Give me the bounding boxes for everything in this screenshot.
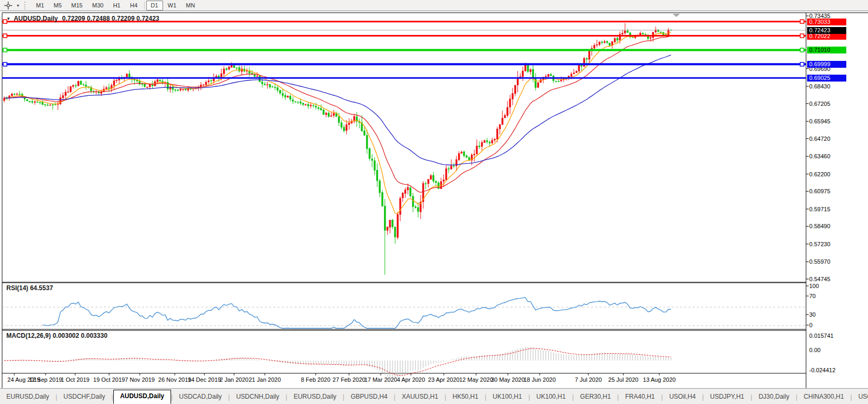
price-tick: 0.68430 xyxy=(809,83,830,89)
timeframe-button-h4[interactable]: H4 xyxy=(125,1,142,11)
rsi-axis-tick: 100 xyxy=(809,283,819,289)
chart-tab-audusd-daily[interactable]: AUDUSD,Daily xyxy=(113,390,171,404)
date-tick: 21 Jan 2020 xyxy=(241,376,289,383)
chart-tab-usdcad-daily[interactable]: USDCAD,Daily xyxy=(173,391,228,403)
toolbar-separator xyxy=(144,2,145,10)
price-tick: 0.62200 xyxy=(809,171,830,177)
price-tick: 0.57230 xyxy=(809,241,830,247)
chart-window[interactable]: ▼AUDUSD,Daily0.72209 0.72488 0.72209 0.7… xyxy=(0,11,868,388)
date-tick: 18 Jun 2020 xyxy=(516,376,563,383)
macd-axis-zero: 0.00 xyxy=(809,347,820,353)
chart-tab-hk50-h1[interactable]: HK50,H1 xyxy=(446,391,485,403)
rsi-axis-tick: 0 xyxy=(809,322,812,328)
macd-axis-top: 0.015741 xyxy=(809,333,834,339)
price-tick: 0.58490 xyxy=(809,223,830,229)
chart-tab-usdcnh-daily[interactable]: USDCNH,Daily xyxy=(230,391,285,403)
chart-tabs-bar: EURUSD,Daily|USDCHF,Daily|AUDUSD,Daily|U… xyxy=(0,388,868,404)
price-tick: 0.55970 xyxy=(809,258,830,265)
timeframe-button-h1[interactable]: H1 xyxy=(108,1,125,11)
chart-tab-usoil-h1[interactable]: USOil,H1 xyxy=(852,391,868,403)
price-tick: 0.65945 xyxy=(809,118,830,124)
macd-values: 0.003002 0.003330 xyxy=(52,332,107,339)
price-tick: 0.64720 xyxy=(809,136,830,142)
chart-tab-fra40-h1[interactable]: FRA40,H1 xyxy=(619,391,661,403)
toolbar-drag-handle[interactable] xyxy=(24,2,28,10)
price-tick: 0.67205 xyxy=(809,101,830,107)
chart-tab-uk100-h1[interactable]: UK100,H1 xyxy=(486,391,528,403)
rsi-indicator-label: RSI(14) 64.5537 xyxy=(6,284,53,292)
chart-tab-uk100-h1[interactable]: UK100,H1 xyxy=(530,391,572,403)
current-price-badge: 0.72423 xyxy=(807,27,846,34)
crosshair-tool-icon[interactable] xyxy=(2,1,14,10)
timeframe-button-m1[interactable]: M1 xyxy=(31,1,49,11)
tool-dropdown-caret-icon[interactable]: ▾ xyxy=(15,3,21,8)
chart-tab-gbpusd-h4[interactable]: GBPUSD,H4 xyxy=(344,391,393,403)
price-tick: 0.63460 xyxy=(809,153,830,159)
date-tick: 13 Aug 2020 xyxy=(636,376,683,383)
rsi-axis-tick: 30 xyxy=(809,311,816,318)
symbol-name: AUDUSD,Daily xyxy=(14,15,58,22)
chart-tab-usoil-h4[interactable]: USOil,H4 xyxy=(663,391,702,403)
ohlc-values: 0.72209 0.72488 0.72209 0.72423 xyxy=(62,15,159,22)
trading-app-window: ▾ M1M5M15M30H1H4D1W1MN ▼AUDUSD,Daily0.72… xyxy=(0,0,868,404)
timeframe-button-m5[interactable]: M5 xyxy=(49,1,66,11)
chart-tab-xauusd-h1[interactable]: XAUUSD,H1 xyxy=(396,391,445,403)
level-price-badge: 0.71010 xyxy=(807,47,846,53)
timeframe-button-d1[interactable]: D1 xyxy=(146,1,163,11)
level-price-badge: 0.69025 xyxy=(807,75,846,82)
chart-tab-dj30-daily[interactable]: DJ30,Daily xyxy=(752,391,795,403)
timeframe-toolbar: ▾ M1M5M15M30H1H4D1W1MN xyxy=(0,0,868,11)
level-price-badge: 0.73033 xyxy=(807,19,846,25)
chart-title: ▼AUDUSD,Daily0.72209 0.72488 0.72209 0.7… xyxy=(6,15,159,22)
timeframe-buttons-group: M1M5M15M30H1H4D1W1MN xyxy=(31,1,200,11)
timeframe-button-mn[interactable]: MN xyxy=(181,1,200,11)
macd-indicator-label: MACD(12,26,9) 0.003002 0.003330 xyxy=(6,332,108,339)
chart-tab-eurusd-daily[interactable]: EURUSD,Daily xyxy=(287,391,343,403)
chart-tab-usdjpy-h1[interactable]: USDJPY,H1 xyxy=(704,391,750,403)
chart-tab-eurusd-daily[interactable]: EURUSD,Daily xyxy=(0,391,56,403)
chart-tab-china300-h1[interactable]: CHINA300,H1 xyxy=(798,391,851,403)
price-tick: 0.54745 xyxy=(809,276,830,282)
symbol-dropdown-icon[interactable]: ▼ xyxy=(6,16,11,21)
rsi-axis-tick: 70 xyxy=(809,293,816,299)
timeframe-button-m15[interactable]: M15 xyxy=(67,1,87,11)
level-price-badge: 0.69999 xyxy=(807,61,846,68)
timeframe-button-m30[interactable]: M30 xyxy=(87,1,108,11)
price-tick: 0.59715 xyxy=(809,206,830,212)
chart-tab-usdchf-daily[interactable]: USDCHF,Daily xyxy=(57,391,112,403)
chart-tab-ger30-h1[interactable]: GER30,H1 xyxy=(574,391,617,403)
chart-canvas[interactable] xyxy=(0,11,868,388)
timeframe-button-w1[interactable]: W1 xyxy=(163,1,182,11)
rsi-value: 64.5537 xyxy=(30,284,53,292)
macd-axis-bottom: -0.024412 xyxy=(809,367,836,373)
price-tick: 0.60975 xyxy=(809,188,830,194)
